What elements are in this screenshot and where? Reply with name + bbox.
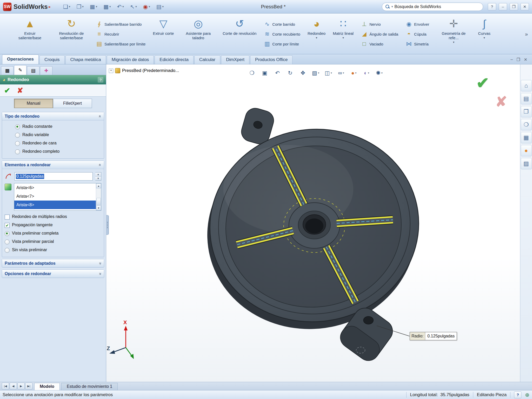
radio-button-selected[interactable] [15, 124, 20, 129]
boundary-boss-button[interactable]: ▤Saliente/Base por límite [94, 39, 148, 49]
dropdown-caret-icon[interactable]: ▾ [381, 71, 383, 74]
model-canvas[interactable]: X Z [106, 64, 520, 382]
fillet-button[interactable]: ◕Redondeo▾ [305, 15, 328, 53]
dropdown-caret-icon[interactable]: ▾ [162, 5, 164, 8]
undo-button[interactable]: ↶▾ [116, 3, 125, 10]
first-nav-button[interactable]: |◀ [2, 383, 9, 389]
scroll-down-icon[interactable]: ▼ [96, 205, 101, 210]
dropdown-caret-icon[interactable]: ▾ [135, 5, 137, 8]
zoom-previous-button[interactable]: ↶ [272, 69, 283, 77]
minimize-icon[interactable]: – [510, 57, 513, 62]
dropdown-caret-icon[interactable]: ▾ [316, 36, 317, 39]
dropdown-caret-icon[interactable]: ▾ [368, 71, 369, 74]
ok-button[interactable]: ✔ [4, 86, 10, 95]
view-settings-button[interactable]: ✺▾ [374, 69, 385, 77]
dropdown-caret-icon[interactable]: ▾ [96, 5, 97, 8]
radio-button[interactable] [5, 240, 10, 244]
revolve-boss-button[interactable]: ↻Revolución de saliente/base [52, 15, 91, 53]
callout-value-input[interactable]: 0.125pulgadas [425, 332, 457, 340]
fillet-type-option[interactable]: Radio variable [4, 131, 102, 139]
confirmation-ok-button[interactable]: ✔ [476, 74, 489, 92]
configuration-manager-tab[interactable]: ▤ [27, 66, 39, 75]
close-button[interactable]: ✕ [521, 3, 529, 10]
tab-croquis[interactable]: Croquis [39, 55, 65, 64]
tab-edición-directa[interactable]: Edición directa [155, 55, 194, 64]
doc-tab-estudio-de-movimiento-1[interactable]: Estudio de movimiento 1 [61, 383, 118, 390]
print-button[interactable]: ▩▾ [102, 3, 112, 10]
zoom-to-area-button[interactable]: ▣ [259, 69, 270, 77]
panel-splitter-handle[interactable] [106, 215, 109, 235]
section-header-options[interactable]: Opciones de redondear « [2, 270, 104, 278]
scroll-up-icon[interactable]: ▲ [96, 183, 101, 188]
web-status-icon[interactable]: ⊕ [525, 392, 529, 397]
apply-scene-button[interactable]: ◐▾ [361, 69, 372, 77]
section-header-setback[interactable]: Parámetros de adaptados « [2, 259, 104, 267]
tab-productos-office[interactable]: Productos Office [250, 55, 292, 64]
mirror-button[interactable]: ⋈Simetría [403, 39, 431, 49]
display-style-button[interactable]: ◫▾ [323, 69, 334, 77]
view-palette-button[interactable]: ▦ [521, 132, 532, 143]
expand-chevron-icon[interactable]: « [98, 272, 103, 275]
swept-cut-button[interactable]: ∿Corte barrido [261, 19, 303, 29]
collapse-chevron-icon[interactable]: « [98, 164, 103, 166]
checkbox-propagación[interactable]: ✔Propagación tangente [4, 221, 102, 229]
radio-button[interactable] [5, 248, 10, 253]
radio-button[interactable] [15, 133, 20, 138]
extrude-cut-button[interactable]: ▽Extruir corte [150, 15, 176, 53]
feature-manager-tab[interactable]: ▩ [1, 66, 14, 75]
dropdown-caret-icon[interactable]: ▾ [483, 36, 485, 39]
dropdown-caret-icon[interactable]: ▾ [69, 5, 70, 8]
appearances-button[interactable]: ● [521, 145, 532, 156]
rebuild-button[interactable]: ◉▾ [142, 3, 151, 10]
filletxpert-mode-button[interactable]: FilletXpert [53, 99, 92, 108]
dropdown-caret-icon[interactable]: ▾ [318, 71, 319, 74]
close-icon[interactable]: ✕ [524, 57, 527, 62]
preview-option[interactable]: Vista preliminar completa [4, 229, 102, 238]
dome-button[interactable]: ◓Cúpula [403, 29, 431, 39]
radio-button[interactable] [15, 141, 20, 146]
custom-properties-button[interactable]: ▨ [521, 158, 532, 169]
zoom-to-fit-button[interactable]: ❍ [247, 69, 257, 77]
fillet-type-option[interactable]: Redondeo completo [4, 148, 102, 156]
cancel-button[interactable]: ✘ [17, 86, 23, 95]
preview-option[interactable]: Sin vista preliminar [4, 246, 102, 254]
checkbox-redondeo[interactable]: Redondeo de múltiples radios [4, 213, 102, 221]
next-nav-button[interactable]: ▶ [17, 383, 25, 389]
dropdown-caret-icon[interactable]: ▾ [149, 5, 150, 8]
scroll-thumb[interactable] [96, 198, 101, 205]
doc-tab-modelo[interactable]: Modelo [34, 383, 60, 390]
previous-nav-button[interactable]: ◀ [10, 383, 17, 389]
solidworks-resources-button[interactable]: ⌂ [521, 80, 532, 91]
help-button[interactable]: ? [488, 3, 496, 10]
more-commands-icon[interactable]: » [523, 30, 529, 39]
search-button[interactable]: ❍ [521, 119, 532, 130]
rib-button[interactable]: ⊥Nervio [358, 19, 401, 29]
dropdown-caret-icon[interactable]: ▾ [109, 5, 111, 8]
radius-input[interactable]: 0.125pulgadas [15, 172, 93, 181]
spinner-down-icon[interactable]: ▼ [95, 177, 101, 181]
file-properties-button[interactable]: ▤▾ [155, 3, 165, 10]
search-input[interactable]: ▾ Búsqueda de SolidWorks [382, 3, 483, 11]
lofted-cut-button[interactable]: ≋Corte recubierto [261, 29, 303, 39]
rotate-view-button[interactable]: ↻ [285, 69, 296, 77]
draft-button[interactable]: ◢Ángulo de salida [358, 29, 401, 39]
checkbox[interactable] [5, 215, 10, 220]
select-button[interactable]: ↖▾ [129, 3, 138, 10]
dropdown-caret-icon[interactable]: ▾ [82, 5, 84, 8]
property-manager-tab[interactable]: ✎ [14, 65, 26, 75]
tab-chapa-metálica[interactable]: Chapa metálica [65, 55, 106, 64]
listbox-scrollbar[interactable]: ▲ ▼ [96, 183, 101, 210]
dropdown-caret-icon[interactable]: ▾ [122, 5, 124, 8]
new-document-button[interactable]: ❑▾ [62, 3, 71, 10]
dropdown-caret-icon[interactable]: ▾ [331, 71, 332, 74]
maximize-button[interactable]: ❐ [510, 3, 518, 10]
help-button[interactable]: ? [98, 77, 103, 83]
edge-list-item[interactable]: Arista<7> [14, 192, 96, 201]
section-header-items[interactable]: Elementos a redondear « [2, 161, 104, 169]
dropdown-caret-icon[interactable]: ▾ [343, 71, 344, 74]
view-orientation-button[interactable]: ▧▾ [310, 69, 321, 77]
quick-tips-button[interactable]: ? [514, 391, 521, 398]
radio-button[interactable] [15, 149, 20, 154]
file-explorer-button[interactable]: ❐ [521, 106, 532, 117]
tab-operaciones[interactable]: Operaciones [2, 55, 39, 64]
